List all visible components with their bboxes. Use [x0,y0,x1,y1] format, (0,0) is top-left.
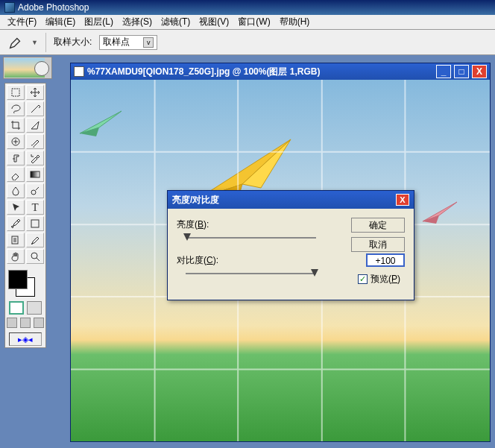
screenmode-standard-icon[interactable] [7,318,17,328]
svg-marker-10 [80,111,122,133]
maximize-button[interactable]: □ [454,65,469,78]
tool-type[interactable]: T [26,200,44,215]
preview-label: 预览(P) [371,273,400,285]
document-title: %77XAMDU9[QION178_Z50G].jpg @ 100%(图层 1,… [87,66,320,78]
app-title: Adobe Photoshop [18,2,89,13]
checkbox-icon: ✓ [358,274,368,284]
minimize-button[interactable]: _ [436,65,451,78]
ok-button[interactable]: 确定 [351,218,405,233]
tool-clone[interactable] [7,151,25,165]
close-button[interactable]: X [472,65,487,78]
dialog-body: 亮度(B): -100 对比度(C): +100 确定 取消 ✓ 预览(P) [168,209,414,300]
tool-pen[interactable] [7,216,25,231]
contrast-slider[interactable] [186,270,316,279]
menu-window[interactable]: 窗口(W) [233,14,274,30]
dialog-close-button[interactable]: X [396,194,409,206]
menu-help[interactable]: 帮助(H) [275,14,315,30]
green-plane-graphic [78,108,123,138]
color-swatches[interactable] [7,268,42,298]
svg-marker-9 [242,139,291,188]
preview-checkbox[interactable]: ✓ 预览(P) [358,273,400,285]
current-tool-icon[interactable] [7,34,24,51]
svg-point-6 [31,253,37,259]
menu-filter[interactable]: 滤镜(T) [157,14,195,30]
mask-mode-switch [7,301,44,315]
screenmode-full-icon[interactable] [34,318,44,328]
toolbox: T ▸◈◂ [4,83,46,348]
dialog-title: 亮度/对比度 [172,194,219,206]
navigator-panel[interactable] [3,57,52,79]
separator [45,33,46,52]
combo-arrow-icon[interactable]: v [143,37,154,48]
red-plane-graphic [421,199,458,225]
app-titlebar: Adobe Photoshop [0,0,495,15]
quickmask-mode-icon[interactable] [27,301,42,315]
tool-slice[interactable] [26,118,44,133]
brightness-slider[interactable] [186,234,316,243]
contrast-label: 对比度(C): [177,254,244,267]
options-bar: ▼ 取样大小: 取样点 v [0,30,495,55]
screenmode-full-menu-icon[interactable] [20,318,31,328]
document-icon [74,66,84,77]
cancel-button[interactable]: 取消 [351,237,405,252]
screen-mode-switch [7,318,44,328]
foreground-color-swatch[interactable] [8,270,28,289]
dialog-titlebar[interactable]: 亮度/对比度 X [168,191,414,209]
tool-move[interactable] [26,85,44,100]
tool-brush[interactable] [26,134,44,149]
standard-mode-icon[interactable] [9,301,24,315]
app-icon [4,2,15,13]
document-titlebar[interactable]: %77XAMDU9[QION178_Z50G].jpg @ 100%(图层 1,… [71,63,490,80]
tool-history-brush[interactable] [26,151,44,165]
svg-rect-0 [12,89,19,96]
menu-file[interactable]: 文件(F) [3,14,41,30]
menu-view[interactable]: 视图(V) [195,14,233,30]
tool-heal[interactable] [7,134,25,149]
tool-eraser[interactable] [7,167,25,182]
menu-select[interactable]: 选择(S) [118,14,157,30]
sample-size-label: 取样大小: [54,36,92,48]
tool-lasso[interactable] [7,101,25,116]
contrast-input[interactable]: +100 [366,253,405,267]
tool-crop[interactable] [7,118,25,133]
brightness-contrast-dialog: 亮度/对比度 X 亮度(B): -100 对比度(C): +100 确定 取消 … [167,190,414,300]
navigator-thumb [4,58,45,78]
tool-hand[interactable] [7,249,25,264]
menu-edit[interactable]: 编辑(E) [41,14,80,30]
svg-rect-2 [31,171,40,177]
tool-shape[interactable] [26,216,44,231]
tool-gradient[interactable] [26,167,44,182]
tool-marquee[interactable] [7,85,25,100]
tool-notes[interactable] [7,233,25,247]
svg-marker-12 [423,202,457,221]
svg-point-3 [31,190,36,195]
tool-path-select[interactable] [7,200,25,215]
sample-size-value: 取样点 [103,36,130,48]
tool-eyedropper[interactable] [26,233,44,247]
tool-blur[interactable] [7,183,25,198]
tool-wand[interactable] [26,101,44,116]
svg-rect-4 [31,220,39,227]
menu-layer[interactable]: 图层(L) [80,14,118,30]
tool-zoom[interactable] [26,249,44,264]
brightness-label: 亮度(B): [177,218,244,231]
menubar: 文件(F) 编辑(E) 图层(L) 选择(S) 滤镜(T) 视图(V) 窗口(W… [0,15,495,30]
tool-dodge[interactable] [26,183,44,198]
jump-to[interactable]: ▸◈◂ [7,332,44,346]
sample-size-combo[interactable]: 取样点 v [99,35,157,50]
